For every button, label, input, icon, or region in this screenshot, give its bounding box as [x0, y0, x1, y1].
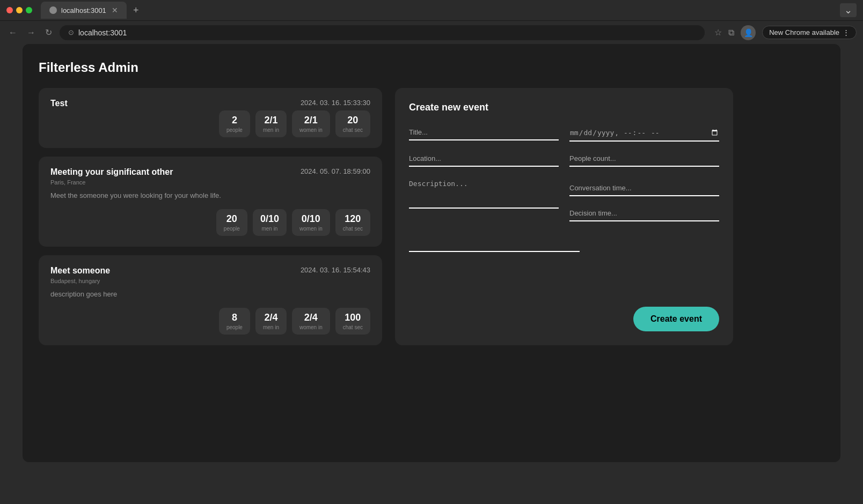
close-window-button[interactable] [6, 7, 13, 13]
stat-chat-value: 20 [343, 115, 363, 126]
stat-women-label: women in [299, 226, 323, 232]
active-tab[interactable]: localhost:3001 ✕ [41, 2, 127, 19]
tab-title: localhost:3001 [61, 6, 106, 14]
event-header: Meet someone 2024. 03. 16. 15:54:43 [50, 266, 370, 276]
stat-women-value: 2/1 [299, 115, 323, 126]
stat-women-label: women in [299, 324, 323, 330]
form-row-desc-conversation [409, 176, 719, 231]
forward-button[interactable]: → [25, 26, 38, 40]
stat-chat: 120 chat sec [335, 209, 370, 236]
minimize-window-button[interactable] [16, 7, 23, 13]
datetime-input[interactable] [569, 125, 719, 142]
conversation-field [569, 176, 719, 221]
stat-chat-value: 120 [343, 213, 363, 225]
stat-chat-label: chat sec [343, 226, 363, 232]
stat-women-value: 0/10 [299, 213, 323, 225]
title-field [409, 125, 559, 142]
people-input[interactable] [569, 151, 719, 167]
tab-bar: localhost:3001 ✕ + [41, 2, 836, 19]
stat-people-value: 2 [226, 115, 243, 126]
stat-women-label: women in [299, 127, 323, 133]
main-layout: Test 2024. 03. 16. 15:33:30 2 people 2/1… [39, 88, 824, 345]
stat-men: 2/4 men in [255, 308, 287, 335]
address-field[interactable]: ⊙ localhost:3001 [60, 25, 705, 40]
stat-men-value: 0/10 [260, 213, 279, 225]
create-event-panel: Create new event [395, 88, 733, 345]
events-list: Test 2024. 03. 16. 15:33:30 2 people 2/1… [39, 88, 382, 345]
create-event-button[interactable]: Create event [633, 307, 719, 331]
location-field [409, 151, 559, 167]
stat-women-value: 2/4 [299, 312, 323, 323]
event-date: 2024. 03. 16. 15:54:43 [301, 266, 370, 274]
browser-titlebar: localhost:3001 ✕ + ⌄ [0, 0, 863, 20]
bottom-input[interactable] [409, 236, 580, 252]
page-title: Filterless Admin [39, 60, 824, 75]
description-input[interactable] [409, 176, 559, 209]
stat-men-label: men in [263, 324, 279, 330]
stat-chat: 20 chat sec [335, 110, 370, 137]
stat-men-value: 2/1 [263, 115, 279, 126]
stat-men: 0/10 men in [253, 209, 287, 236]
panel-title: Create new event [409, 102, 719, 113]
page-content: Filterless Admin Test 2024. 03. 16. 15:3… [23, 44, 840, 462]
event-card-meeting: Meeting your significant other 2024. 05.… [39, 157, 382, 247]
event-card-meet: Meet someone 2024. 03. 16. 15:54:43 Buda… [39, 255, 382, 345]
browser-menu-button[interactable]: ⌄ [840, 3, 857, 17]
event-title: Meeting your significant other [50, 167, 173, 177]
event-stats: 8 people 2/4 men in 2/4 women in 100 [50, 308, 370, 335]
event-location: Paris, France [50, 179, 370, 186]
stat-people-label: people [226, 127, 243, 133]
event-description: description goes here [50, 290, 370, 299]
event-header: Test 2024. 03. 16. 15:33:30 [50, 99, 370, 108]
form-row-location-people [409, 151, 719, 176]
event-location: Budapest, hungary [50, 278, 370, 284]
more-options-icon: ⋮ [843, 28, 850, 36]
new-chrome-button[interactable]: New Chrome available ⋮ [762, 26, 857, 39]
event-description: Meet the someone you were looking for yo… [50, 191, 370, 201]
stat-chat-label: chat sec [343, 127, 363, 133]
stat-people-value: 8 [226, 312, 243, 323]
address-bar: ← → ↻ ⊙ localhost:3001 ☆ ⧉ 👤 New Chrome … [0, 20, 863, 44]
stat-people: 8 people [219, 308, 250, 335]
title-input[interactable] [409, 125, 559, 140]
bookmark-button[interactable]: ☆ [714, 27, 722, 38]
conversation-input[interactable] [569, 181, 719, 196]
extensions-button[interactable]: ⧉ [728, 28, 734, 38]
stat-men: 2/1 men in [255, 110, 287, 137]
tab-favicon [49, 6, 57, 14]
stat-people: 20 people [216, 209, 247, 236]
back-button[interactable]: ← [6, 26, 19, 40]
stat-chat: 100 chat sec [335, 308, 370, 335]
stat-people-label: people [226, 324, 243, 330]
event-title: Meet someone [50, 266, 110, 276]
event-card-test: Test 2024. 03. 16. 15:33:30 2 people 2/1… [39, 88, 382, 148]
event-stats: 2 people 2/1 men in 2/1 women in 20 [50, 110, 370, 137]
stat-women: 2/4 women in [292, 308, 330, 335]
location-input[interactable] [409, 151, 559, 167]
event-title: Test [50, 99, 68, 108]
close-tab-button[interactable]: ✕ [112, 6, 118, 14]
event-date: 2024. 03. 16. 15:33:30 [301, 99, 370, 107]
stat-men-value: 2/4 [263, 312, 279, 323]
bottom-field [409, 236, 719, 252]
form-row-title-date [409, 125, 719, 151]
url-display: localhost:3001 [78, 28, 127, 37]
new-chrome-label: New Chrome available [769, 28, 839, 36]
browser-window: localhost:3001 ✕ + ⌄ ← → ↻ ⊙ localhost:3… [0, 0, 863, 504]
datetime-field [569, 125, 719, 142]
new-tab-button[interactable]: + [129, 3, 143, 18]
reload-button[interactable]: ↻ [43, 25, 54, 40]
maximize-window-button[interactable] [26, 7, 32, 13]
profile-avatar[interactable]: 👤 [741, 25, 756, 40]
stat-chat-label: chat sec [343, 324, 363, 330]
stat-people: 2 people [219, 110, 250, 137]
stat-women: 2/1 women in [292, 110, 330, 137]
stat-people-label: people [224, 226, 240, 232]
stat-men-label: men in [260, 226, 279, 232]
browser-actions: ☆ ⧉ 👤 New Chrome available ⋮ [714, 25, 857, 40]
lock-icon: ⊙ [68, 28, 74, 36]
stat-men-label: men in [263, 127, 279, 133]
decision-input[interactable] [569, 206, 719, 221]
stat-people-value: 20 [224, 213, 240, 225]
stat-chat-value: 100 [343, 312, 363, 323]
